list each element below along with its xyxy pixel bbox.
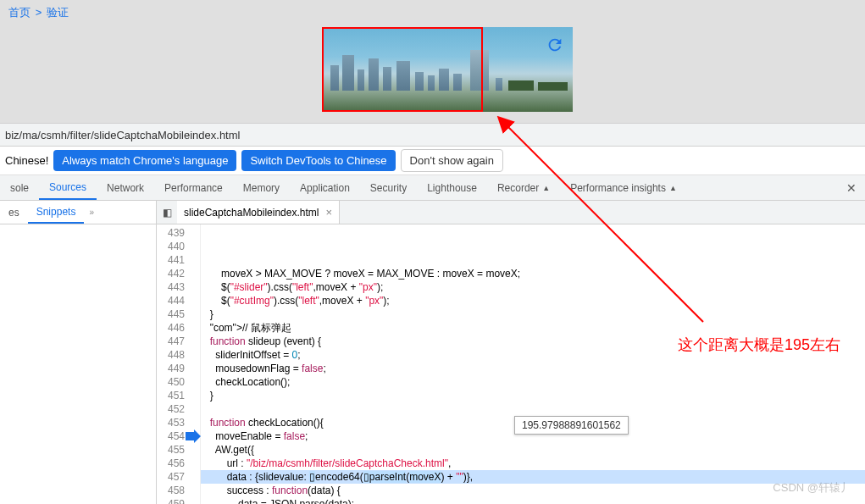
annotation-text: 这个距离大概是195左右 (678, 335, 847, 356)
tab-memory[interactable]: Memory (233, 175, 290, 200)
tab-sources[interactable]: Sources (39, 175, 97, 200)
watermark: CSDN @轩辕丿 (773, 480, 851, 496)
language-bar: Chinese! Always match Chrome's language … (0, 147, 865, 175)
line-gutter: 4394404414424434444454464474484494504514… (157, 224, 201, 504)
always-match-button[interactable]: Always match Chrome's language (53, 150, 236, 171)
tab-recorder[interactable]: Recorder▲ (487, 175, 560, 200)
subtab-es[interactable]: es (0, 201, 28, 224)
url-text: biz/ma/csmh/filter/slideCaptchaMobileind… (5, 129, 240, 141)
tab-console[interactable]: sole (0, 175, 39, 200)
page-content: 首页 > 验证 (0, 0, 865, 123)
left-panel: es Snippets » (0, 201, 157, 504)
breadcrumb-sep: > (36, 6, 42, 19)
devtools-tabs: sole Sources Network Performance Memory … (0, 175, 865, 201)
tab-network[interactable]: Network (97, 175, 154, 200)
tab-security[interactable]: Security (360, 175, 417, 200)
file-tabs: ◧ slideCaptchaMobileindex.html × (157, 201, 865, 224)
lang-prefix: Chinese! (5, 154, 48, 167)
tab-application[interactable]: Application (290, 175, 360, 200)
switch-devtools-button[interactable]: Switch DevTools to Chinese (241, 150, 395, 171)
tab-lighthouse[interactable]: Lighthouse (417, 175, 487, 200)
chevron-right-icon[interactable]: » (84, 208, 99, 217)
tab-perfinsights[interactable]: Performance insights▲ (560, 175, 687, 200)
code-editor[interactable]: 4394404414424434444454464474484494504514… (157, 224, 865, 504)
value-tooltip: 195.97988891601562 (514, 416, 629, 435)
breadcrumb-current: 验证 (47, 6, 69, 19)
code-lines[interactable]: 195.97988891601562 moveX > MAX_MOVE ? mo… (201, 224, 865, 504)
captcha-image[interactable] (322, 27, 573, 112)
refresh-icon[interactable] (546, 36, 564, 54)
dont-show-button[interactable]: Don't show again (401, 149, 503, 172)
nav-files-icon[interactable]: ◧ (157, 207, 177, 219)
subtab-snippets[interactable]: Snippets (28, 201, 85, 224)
breadcrumb: 首页 > 验证 (8, 5, 69, 20)
url-bar: biz/ma/csmh/filter/slideCaptchaMobileind… (0, 123, 865, 147)
tab-performance[interactable]: Performance (154, 175, 233, 200)
file-tab-label: slideCaptchaMobileindex.html (184, 207, 319, 219)
file-tab[interactable]: slideCaptchaMobileindex.html × (177, 201, 340, 224)
breadcrumb-home[interactable]: 首页 (8, 6, 30, 19)
close-file-icon[interactable]: × (325, 206, 332, 219)
sources-subtabs: es Snippets » (0, 201, 156, 224)
close-icon[interactable]: ✕ (838, 181, 865, 195)
